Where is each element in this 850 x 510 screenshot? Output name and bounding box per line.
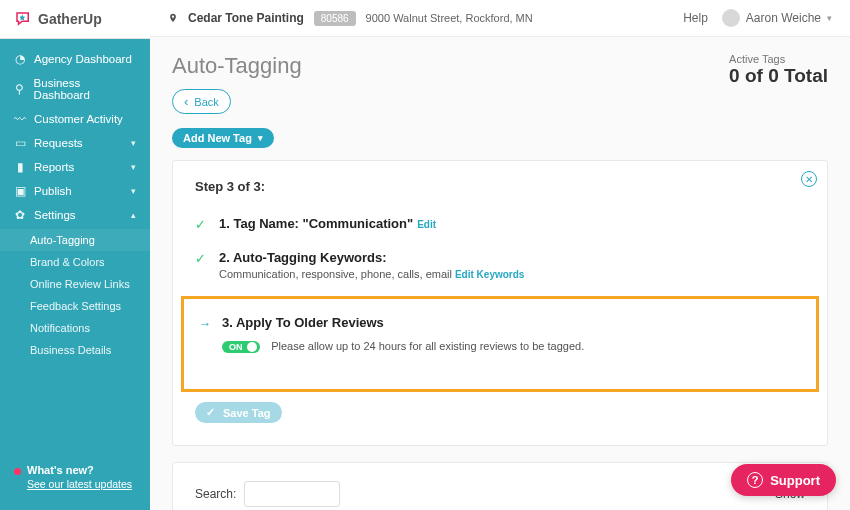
- gauge-icon: ◔: [14, 53, 26, 65]
- topbar: Cedar Tone Painting 80586 9000 Walnut St…: [150, 0, 850, 37]
- chevron-down-icon: ▾: [827, 13, 832, 23]
- nav-publish[interactable]: ▣Publish▾: [0, 179, 150, 203]
- chevron-down-icon: ▾: [131, 138, 136, 148]
- add-new-tag-button[interactable]: Add New Tag▾: [172, 128, 274, 148]
- nav-reports[interactable]: ▮Reports▾: [0, 155, 150, 179]
- back-button[interactable]: Back: [172, 89, 231, 114]
- publish-icon: ▣: [14, 185, 26, 197]
- help-icon: ?: [747, 472, 763, 488]
- chevron-down-icon: ▾: [131, 186, 136, 196]
- search-label: Search:: [195, 487, 236, 501]
- chevron-down-icon: ▾: [131, 162, 136, 172]
- notification-dot-icon: [14, 468, 21, 475]
- sidebar: GatherUp ◔Agency Dashboard ⚲Business Das…: [0, 0, 150, 510]
- step-indicator: Step 3 of 3:: [195, 179, 805, 194]
- pin-icon: ⚲: [14, 83, 26, 95]
- nav-requests[interactable]: ▭Requests▾: [0, 131, 150, 155]
- page-title: Auto-Tagging: [172, 53, 302, 79]
- tag-list-toolbar: Search: Show: [172, 462, 828, 510]
- logo-icon: [14, 10, 32, 28]
- location-pin-icon: [168, 11, 178, 25]
- subnav-feedback-settings[interactable]: Feedback Settings: [0, 295, 150, 317]
- search-input[interactable]: [244, 481, 340, 507]
- activity-icon: 〰: [14, 113, 26, 125]
- step-3-highlight: → 3. Apply To Older Reviews ON Please al…: [181, 296, 819, 392]
- user-name: Aaron Weiche: [746, 11, 821, 25]
- page-content: Auto-Tagging Back Active Tags 0 of 0 Tot…: [150, 37, 850, 510]
- nav-settings[interactable]: ✿Settings▴: [0, 203, 150, 227]
- edit-tag-name-link[interactable]: Edit: [417, 219, 436, 230]
- nav-agency-dashboard[interactable]: ◔Agency Dashboard: [0, 47, 150, 71]
- subnav-online-review-links[interactable]: Online Review Links: [0, 273, 150, 295]
- step-3: → 3. Apply To Older Reviews ON Please al…: [198, 309, 802, 365]
- nav-business-dashboard[interactable]: ⚲Business Dashboard: [0, 71, 150, 107]
- main-region: Cedar Tone Painting 80586 9000 Walnut St…: [150, 0, 850, 510]
- subnav-notifications[interactable]: Notifications: [0, 317, 150, 339]
- business-name: Cedar Tone Painting: [188, 11, 304, 25]
- main-nav: ◔Agency Dashboard ⚲Business Dashboard 〰C…: [0, 39, 150, 375]
- check-icon: ✓: [195, 251, 209, 266]
- apply-older-toggle[interactable]: ON: [222, 341, 260, 353]
- step-2: ✓ 2. Auto-Tagging Keywords: Communicatio…: [195, 244, 805, 292]
- business-address: 9000 Walnut Street, Rockford, MN: [366, 12, 533, 24]
- support-button[interactable]: ? Support: [731, 464, 836, 496]
- brand-name: GatherUp: [38, 11, 102, 27]
- nav-customer-activity[interactable]: 〰Customer Activity: [0, 107, 150, 131]
- wizard-card: ✕ Step 3 of 3: ✓ 1. Tag Name: "Communica…: [172, 160, 828, 446]
- apply-note: Please allow up to 24 hours for all exis…: [271, 340, 584, 352]
- settings-submenu: Auto-Tagging Brand & Colors Online Revie…: [0, 227, 150, 367]
- subnav-brand-colors[interactable]: Brand & Colors: [0, 251, 150, 273]
- arrow-right-icon: →: [198, 316, 212, 331]
- chevron-up-icon: ▴: [131, 210, 136, 220]
- subnav-auto-tagging[interactable]: Auto-Tagging: [0, 229, 150, 251]
- chevron-down-icon: ▾: [258, 133, 263, 143]
- user-menu[interactable]: Aaron Weiche ▾: [722, 9, 832, 27]
- avatar-icon: [722, 9, 740, 27]
- brand-logo[interactable]: GatherUp: [0, 0, 150, 39]
- chat-icon: ▭: [14, 137, 26, 149]
- subnav-business-details[interactable]: Business Details: [0, 339, 150, 361]
- active-tags-summary: Active Tags 0 of 0 Total: [729, 53, 828, 87]
- whats-new: What's new? See our latest updates: [0, 452, 150, 510]
- check-icon: ✓: [195, 217, 209, 232]
- business-id-badge: 80586: [314, 11, 356, 26]
- edit-keywords-link[interactable]: Edit Keywords: [455, 269, 524, 280]
- gear-icon: ✿: [14, 209, 26, 221]
- toggle-knob-icon: [247, 342, 257, 352]
- save-tag-button[interactable]: Save Tag: [195, 402, 282, 423]
- close-button[interactable]: ✕: [801, 171, 817, 187]
- help-link[interactable]: Help: [683, 11, 708, 25]
- bar-icon: ▮: [14, 161, 26, 173]
- step-1: ✓ 1. Tag Name: "Communication"Edit: [195, 210, 805, 244]
- whats-new-link[interactable]: See our latest updates: [14, 478, 136, 490]
